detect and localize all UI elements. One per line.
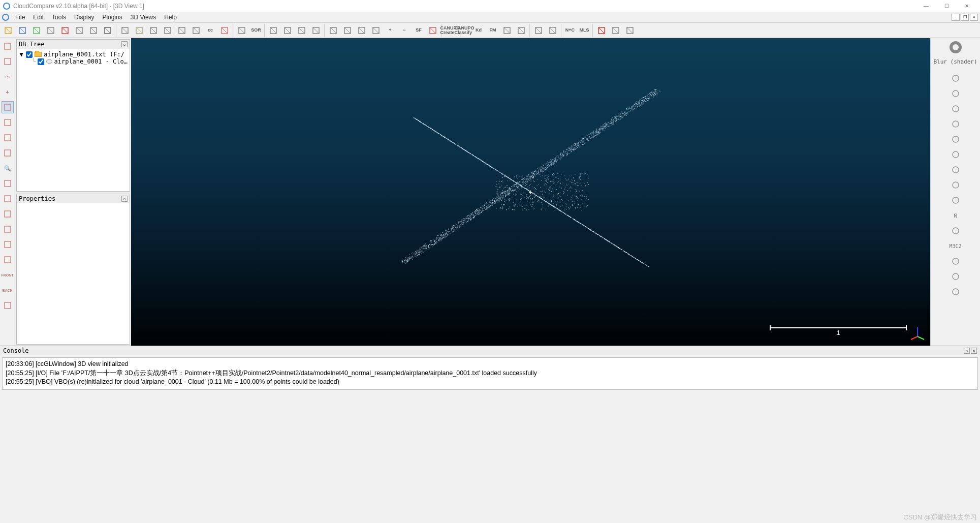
menu-3d-views[interactable]: 3D Views (127, 13, 160, 22)
tree-root-item[interactable]: ▼ airplane_0001.txt (F:/ (19, 51, 128, 58)
tb-scale-button[interactable] (175, 23, 189, 38)
db-tree-body[interactable]: ▼ airplane_0001.txt (F:/ └ airplane_0001… (17, 49, 130, 191)
tb-graph-button[interactable] (266, 23, 280, 38)
tb-delete-button[interactable] (101, 23, 115, 38)
rt-rt2-button[interactable] (950, 103, 962, 115)
properties-header[interactable]: Properties ▫ (17, 194, 130, 203)
lt-auto-button[interactable] (2, 101, 14, 113)
tb-nc-button[interactable]: N+C (563, 23, 577, 38)
close-button[interactable]: ✕ (957, 1, 977, 12)
tb-cc-button[interactable]: cc (203, 23, 217, 38)
mdi-restore-button[interactable]: ❐ (961, 14, 969, 21)
blur-shader-icon[interactable] (950, 41, 962, 53)
tb-point-button[interactable] (118, 23, 132, 38)
menu-file[interactable]: File (11, 13, 29, 22)
tb-raster-button[interactable] (235, 23, 249, 38)
tree-root-checkbox[interactable] (26, 51, 33, 58)
lt-wand-button[interactable] (2, 40, 14, 52)
lt-front-button[interactable]: FRONT (2, 269, 14, 281)
rt-rt1-button[interactable] (950, 87, 962, 100)
tb-pin-button[interactable] (132, 23, 146, 38)
tb-merge-button[interactable] (86, 23, 101, 38)
menu-plugins[interactable]: Plugins (98, 13, 126, 22)
tb-tool2-button[interactable] (514, 23, 528, 38)
tb-grid-button[interactable] (369, 23, 383, 38)
db-tree-undock-button[interactable]: ▫ (121, 41, 128, 47)
rt-rt-sphere-button[interactable] (950, 270, 962, 283)
tb-pick-rot-button[interactable] (58, 23, 72, 38)
console-body[interactable]: [20:33:06] [ccGLWindow] 3D view initiali… (2, 357, 978, 390)
lt-back-button[interactable]: BACK (2, 284, 14, 296)
rt-rt-tex-button[interactable] (950, 255, 962, 267)
lt-plus-button[interactable]: + (2, 86, 14, 98)
properties-undock-button[interactable]: ▫ (121, 196, 128, 202)
tb-fm-button[interactable]: FM (486, 23, 500, 38)
console-undock-button[interactable]: ▫ (964, 348, 970, 354)
menu-tools[interactable]: Tools (48, 13, 70, 22)
lt-cube1-button[interactable] (2, 177, 14, 190)
menu-help[interactable]: Help (160, 13, 181, 22)
rt-rt-normal-button[interactable]: N⃗ (950, 209, 962, 222)
tb-globe2-button[interactable] (546, 23, 560, 38)
tb-kd-button[interactable]: Kd (471, 23, 486, 38)
rt-rt-broom-button[interactable] (950, 133, 962, 145)
tb-remove-button[interactable]: − (397, 23, 412, 38)
lt-camera-button[interactable] (2, 55, 14, 68)
console-close-button[interactable]: × (971, 348, 977, 354)
tb-colorize-button[interactable] (217, 23, 232, 38)
lt-cube3-button[interactable] (2, 208, 14, 220)
console-header[interactable]: Console ▫ × (0, 346, 980, 355)
lt-cube6-button[interactable] (2, 254, 14, 266)
rt-rt-ellipse-button[interactable] (950, 194, 962, 206)
lt-cube5-button[interactable] (2, 238, 14, 251)
tb-tool1-button[interactable] (500, 23, 514, 38)
tb-hist-button[interactable] (326, 23, 340, 38)
tb-open-button[interactable] (1, 23, 15, 38)
minimize-button[interactable]: — (916, 1, 936, 12)
rt-rt-m3c2-button[interactable]: M3C2 (950, 240, 962, 252)
maximize-button[interactable]: ☐ (936, 1, 957, 12)
rt-rt-mix-button[interactable] (950, 286, 962, 298)
tb-plane-button[interactable] (295, 23, 309, 38)
rt-rt-bulb-button[interactable] (950, 225, 962, 237)
tb-add-button[interactable]: + (383, 23, 397, 38)
tb-multiply-button[interactable] (189, 23, 203, 38)
tb-sample-button[interactable] (146, 23, 161, 38)
lt-misc-button[interactable] (2, 299, 14, 312)
rt-rt-sf-button[interactable] (950, 179, 962, 191)
rt-rt-compass-button[interactable] (950, 148, 962, 161)
menu-edit[interactable]: Edit (29, 13, 48, 22)
tree-caret-icon[interactable]: ▼ (19, 51, 24, 58)
tb-curve2-button[interactable] (609, 23, 623, 38)
tb-register-button[interactable] (280, 23, 295, 38)
lt-cube4-button[interactable] (2, 223, 14, 235)
menu-display[interactable]: Display (70, 13, 98, 22)
tb-stat-button[interactable] (355, 23, 369, 38)
db-tree-header[interactable]: DB Tree ▫ (17, 40, 130, 49)
tb-hist2-button[interactable] (340, 23, 355, 38)
tb-pick-button[interactable] (29, 23, 44, 38)
mdi-close-button[interactable]: × (970, 14, 978, 21)
rt-blur-icon-button[interactable] (950, 72, 962, 84)
rt-rt-movie-button[interactable] (950, 118, 962, 130)
tb-clone-button[interactable] (72, 23, 86, 38)
tb-globe-button[interactable] (531, 23, 546, 38)
lt-align-button[interactable] (2, 116, 14, 129)
rt-rt-shield-button[interactable] (950, 164, 962, 176)
lt-ratio-button[interactable]: 1:1 (2, 71, 14, 83)
tb-save-button[interactable] (15, 23, 29, 38)
tb-curve-button[interactable] (594, 23, 609, 38)
properties-body[interactable] (17, 203, 130, 344)
lt-cube2-button[interactable] (2, 193, 14, 205)
tb-ruler-button[interactable] (309, 23, 323, 38)
tb-props-button[interactable] (44, 23, 58, 38)
lt-box-button[interactable] (2, 132, 14, 144)
lt-move-button[interactable] (2, 147, 14, 159)
tb-subsample-button[interactable] (161, 23, 175, 38)
tb-canupo-cl-button[interactable]: CANUPO Classify (457, 23, 471, 38)
tree-child-checkbox[interactable] (38, 58, 44, 65)
tb-palette-button[interactable] (426, 23, 440, 38)
tb-sor-button[interactable]: SOR (249, 23, 263, 38)
tree-child-item[interactable]: └ airplane_0001 - Clo… (32, 58, 128, 65)
3d-viewport[interactable]: + 1 (131, 38, 930, 346)
